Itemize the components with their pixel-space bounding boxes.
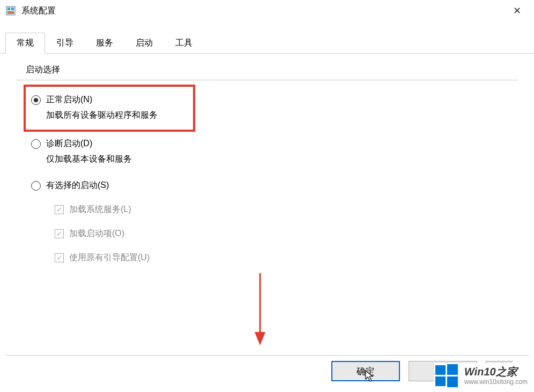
svg-rect-10 <box>447 376 458 387</box>
annotation-arrow-icon <box>249 273 271 348</box>
radio-icon <box>31 139 41 149</box>
checkbox-label: 加载启动项(O) <box>69 228 124 239</box>
checkbox-use-original-boot-config: 使用原有引导配置(U) <box>55 252 518 263</box>
radio-description: 加载所有设备驱动程序和服务 <box>46 110 188 121</box>
checkbox-label: 使用原有引导配置(U) <box>69 252 150 263</box>
checkbox-label: 加载系统服务(L) <box>69 204 131 215</box>
checkbox-icon <box>55 253 64 262</box>
radio-selective-startup[interactable]: 有选择的启动(S) <box>31 180 518 191</box>
radio-label: 正常启动(N) <box>46 94 92 105</box>
watermark: Win10之家 www.win10xitong.com <box>434 363 528 388</box>
radio-diagnostic-startup[interactable]: 诊断启动(D) <box>31 138 518 149</box>
checkbox-load-system-services: 加载系统服务(L) <box>55 204 518 215</box>
radio-description: 仅加载基本设备和服务 <box>46 154 518 165</box>
tab-services[interactable]: 服务 <box>85 33 124 54</box>
ok-button[interactable]: 确定 <box>331 361 400 381</box>
watermark-brand: Win10之家 <box>464 365 528 378</box>
radio-icon <box>31 181 41 191</box>
svg-marker-6 <box>366 371 373 381</box>
windows-logo-icon <box>434 363 459 388</box>
tab-general[interactable]: 常规 <box>5 33 45 54</box>
checkbox-icon <box>55 205 64 214</box>
window-title: 系统配置 <box>21 5 56 17</box>
svg-rect-7 <box>435 365 446 375</box>
watermark-text: Win10之家 www.win10xitong.com <box>464 365 528 386</box>
app-icon <box>5 5 16 16</box>
svg-rect-3 <box>8 11 14 14</box>
close-button[interactable]: ✕ <box>505 3 529 19</box>
svg-rect-1 <box>8 7 10 10</box>
tab-tools[interactable]: 工具 <box>164 33 204 54</box>
watermark-url: www.win10xitong.com <box>464 378 528 386</box>
svg-rect-9 <box>435 376 446 386</box>
svg-rect-2 <box>11 7 14 10</box>
tab-startup[interactable]: 启动 <box>124 33 164 54</box>
svg-marker-5 <box>255 332 265 345</box>
group-label: 启动选择 <box>26 64 518 76</box>
tab-content: 启动选择 正常启动(N) 加载所有设备驱动程序和服务 诊断启动(D) 仅加载基本… <box>0 54 534 355</box>
cursor-icon <box>365 370 375 382</box>
checkbox-load-startup-items: 加载启动项(O) <box>55 228 518 239</box>
titlebar: 系统配置 ✕ <box>0 0 534 21</box>
tab-bar: 常规 引导 服务 启动 工具 <box>0 32 534 54</box>
svg-rect-8 <box>447 364 458 375</box>
msconfig-window: 系统配置 ✕ 常规 引导 服务 启动 工具 启动选择 正常启动(N) 加载所有设… <box>0 0 534 392</box>
startup-selection-group: 正常启动(N) 加载所有设备驱动程序和服务 诊断启动(D) 仅加载基本设备和服务… <box>16 80 518 263</box>
radio-normal-startup[interactable]: 正常启动(N) <box>31 94 188 105</box>
radio-label: 有选择的启动(S) <box>46 180 109 191</box>
radio-icon <box>31 95 41 105</box>
highlight-annotation: 正常启动(N) 加载所有设备驱动程序和服务 <box>24 85 195 132</box>
checkbox-icon <box>55 229 64 238</box>
radio-label: 诊断启动(D) <box>46 138 92 149</box>
tab-boot[interactable]: 引导 <box>45 33 85 54</box>
close-icon: ✕ <box>513 5 521 17</box>
